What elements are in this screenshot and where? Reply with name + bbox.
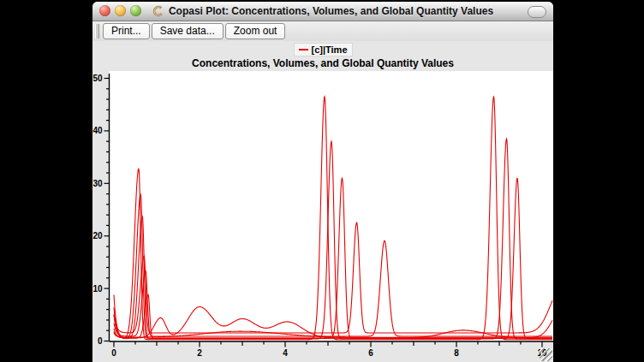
curve-3	[114, 178, 552, 338]
window-title: Copasi Plot: Concentrations, Volumes, an…	[169, 5, 493, 17]
svg-text:8: 8	[454, 348, 459, 358]
save-data-button[interactable]: Save data...	[152, 23, 224, 39]
plot-widget: [c]|Time Concentrations, Volumes, and Gl…	[92, 41, 553, 362]
title-bar[interactable]: Copasi Plot: Concentrations, Volumes, an…	[92, 2, 553, 21]
toolbar-drag-handle[interactable]	[95, 24, 99, 39]
svg-text:0: 0	[98, 336, 103, 346]
svg-text:20: 20	[92, 231, 103, 240]
zoom-out-button[interactable]: Zoom out	[225, 23, 286, 39]
print-button[interactable]: Print...	[103, 23, 150, 39]
curve-1	[114, 97, 552, 340]
svg-text:10: 10	[92, 284, 103, 294]
curve-4	[114, 223, 552, 333]
svg-text:4: 4	[283, 348, 288, 358]
resize-grip[interactable]	[540, 348, 552, 361]
traffic-lights	[99, 5, 141, 16]
toolbar: Print... Save data... Zoom out	[92, 21, 553, 42]
svg-text:0: 0	[111, 348, 116, 358]
svg-text:40: 40	[92, 126, 103, 135]
plot-svg: 010203040500246810	[92, 41, 553, 362]
desktop: { "window": { "title": "Copasi Plot: Con…	[0, 0, 644, 362]
curve-5	[114, 240, 552, 336]
toolbar-toggle-button[interactable]	[528, 6, 546, 18]
window-title-group: Copasi Plot: Concentrations, Volumes, an…	[152, 5, 493, 17]
svg-text:50: 50	[92, 74, 103, 83]
minimize-button[interactable]	[115, 5, 126, 16]
svg-text:2: 2	[197, 348, 202, 358]
svg-text:30: 30	[92, 179, 103, 188]
close-button[interactable]	[99, 5, 110, 16]
svg-text:6: 6	[368, 348, 373, 358]
copasi-plot-window: Copasi Plot: Concentrations, Volumes, an…	[92, 2, 553, 362]
zoom-button[interactable]	[130, 5, 141, 16]
copasi-icon	[152, 5, 164, 17]
